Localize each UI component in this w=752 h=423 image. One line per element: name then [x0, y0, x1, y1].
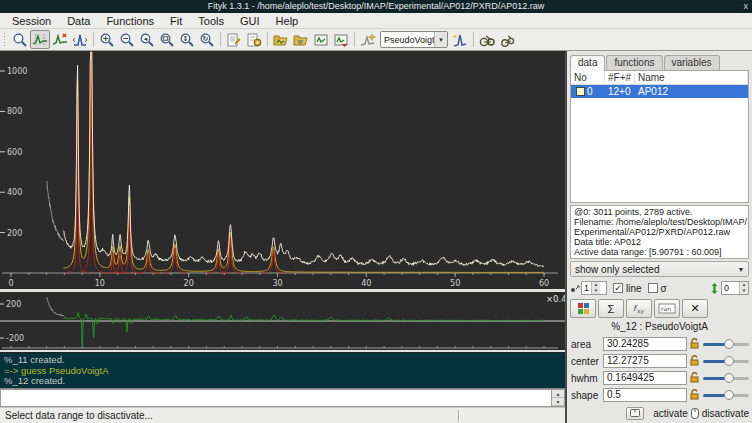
menu-session[interactable]: Session	[4, 15, 59, 27]
svg-text:◂: ◂	[144, 35, 148, 43]
function-type-combo[interactable]: PseudoVoigtA ▼	[380, 31, 448, 48]
delete-function-button[interactable]: ✕	[682, 299, 708, 318]
point-size-icon	[570, 283, 581, 294]
dataset-list: No #F+# Name 0 12+0 AP012	[570, 70, 749, 203]
add-peak-mode-icon[interactable]	[50, 30, 70, 49]
dataset-list-header: No #F+# Name	[571, 71, 748, 85]
save-session-icon[interactable]	[331, 30, 351, 49]
auto-add-icon[interactable]	[358, 30, 378, 49]
menu-data[interactable]: Data	[59, 15, 98, 27]
svg-text:10: 10	[95, 279, 105, 288]
dataset-row[interactable]: 0 12+0 AP012	[571, 85, 748, 98]
tab-variables[interactable]: variables	[664, 55, 720, 70]
activate-label: activate	[653, 408, 687, 419]
param-row-shape: shape 0.5	[570, 388, 749, 402]
range-mode-icon[interactable]	[30, 30, 50, 49]
shift-value: 0	[722, 283, 739, 293]
line-label: line	[626, 283, 642, 294]
svg-text:800: 800	[7, 107, 22, 116]
info-line: @0: 3011 points, 2789 active.	[574, 207, 745, 217]
spin-down-icon: ▼	[592, 288, 600, 294]
param-shape-input[interactable]: 0.5	[603, 388, 687, 402]
lock-icon[interactable]	[687, 354, 701, 368]
auxiliary-plot[interactable]: 200-200×0.4	[0, 292, 565, 350]
export-image-icon[interactable]	[311, 30, 331, 49]
fityk-window: Fityk 1.3.1 - /home/aleplo/test/Desktop/…	[0, 0, 752, 423]
colors-button[interactable]	[570, 299, 596, 318]
param-area-slider[interactable]	[703, 338, 749, 350]
zoom-mode-icon[interactable]	[10, 30, 30, 49]
sum-button[interactable]: Σ	[598, 299, 624, 318]
spin-up-icon[interactable]: ▲	[552, 390, 564, 398]
param-area-input[interactable]: 30.24285	[603, 337, 687, 351]
translate-button[interactable]: ran	[654, 299, 680, 318]
execute-script-icon[interactable]	[244, 30, 264, 49]
svg-text:600: 600	[7, 148, 22, 157]
fit-settings-icon[interactable]	[497, 30, 517, 49]
command-input[interactable]	[0, 389, 552, 407]
sidebar: data functions variables No #F+# Name 0 …	[565, 51, 752, 423]
tab-data[interactable]: data	[570, 55, 605, 71]
dataset-name: AP012	[635, 85, 748, 98]
point-size-value: 1	[582, 283, 591, 293]
selected-function-label: %_12 : PseudoVoigtA	[570, 321, 749, 334]
mouse-config-button[interactable]	[626, 407, 644, 420]
toolbar-drag-handle[interactable]	[3, 32, 7, 48]
svg-text:-200: -200	[6, 334, 24, 343]
svg-text:400: 400	[7, 188, 22, 197]
lock-icon[interactable]	[687, 337, 701, 351]
sigma-checkbox[interactable]	[648, 283, 658, 293]
dataset-checkbox[interactable]	[576, 87, 585, 96]
plot-area: 01020304050602004006008001000 200-200×0.…	[0, 51, 565, 423]
close-icon[interactable]: x	[744, 1, 749, 11]
toolbar-separator	[93, 32, 94, 47]
info-line: Experimental/AP012/PXRD/AP012.raw	[574, 227, 745, 237]
function-type-value: PseudoVoigtA	[381, 35, 434, 45]
load-data-icon[interactable]	[271, 30, 291, 49]
svg-text:30: 30	[272, 279, 282, 288]
zoom-all-icon[interactable]	[157, 30, 177, 49]
command-history-spinner[interactable]: ▲▼	[552, 389, 565, 407]
line-checkbox[interactable]: ✓	[613, 283, 623, 293]
param-shape-slider[interactable]	[703, 389, 749, 401]
point-size-spinner[interactable]: 1 ▲▼	[581, 281, 607, 295]
param-center-slider[interactable]	[703, 355, 749, 367]
zoom-previous-icon[interactable]: ◂	[137, 30, 157, 49]
sidebar-tabs: data functions variables	[570, 53, 749, 70]
zoom-out-icon[interactable]: −	[117, 30, 137, 49]
filter-dropdown[interactable]: show only selected ▼	[570, 261, 749, 277]
menu-functions[interactable]: Functions	[98, 15, 162, 27]
add-peak-icon[interactable]	[450, 30, 470, 49]
shift-spinner[interactable]: 0 ▲▼	[721, 281, 749, 295]
menu-help[interactable]: Help	[268, 15, 307, 27]
lock-icon[interactable]	[687, 388, 701, 402]
zoom-auto-icon[interactable]: ↻	[197, 30, 217, 49]
main-plot[interactable]: 01020304050602004006008001000	[0, 51, 565, 289]
menu-gui[interactable]: GUI	[232, 15, 268, 27]
param-name: area	[570, 339, 603, 350]
load-data-custom-icon[interactable]	[291, 30, 311, 49]
param-hwhm-slider[interactable]	[703, 372, 749, 384]
zoom-in-icon[interactable]: +	[97, 30, 117, 49]
fit-run-icon[interactable]	[477, 30, 497, 49]
param-hwhm-input[interactable]: 0.1649425	[603, 371, 687, 385]
formula-button[interactable]: fxy	[626, 299, 652, 318]
drag-peak-mode-icon[interactable]	[70, 30, 90, 49]
zoom-vertical-icon[interactable]: ↕	[177, 30, 197, 49]
tab-functions[interactable]: functions	[606, 55, 662, 70]
menu-fit[interactable]: Fit	[162, 15, 190, 27]
menu-tools[interactable]: Tools	[190, 15, 232, 27]
spin-down-icon[interactable]: ▼	[552, 398, 564, 406]
command-row: ▲▼	[0, 388, 565, 407]
svg-text:60: 60	[539, 279, 549, 288]
param-center-input[interactable]: 12.27275	[603, 354, 687, 368]
mouse-icon	[691, 408, 699, 419]
dataset-info: @0: 3011 points, 2789 active. Filename: …	[570, 205, 749, 259]
chevron-down-icon: ▼	[734, 266, 748, 273]
edit-script-icon[interactable]	[224, 30, 244, 49]
toolbar-separator	[473, 32, 474, 47]
lock-icon[interactable]	[687, 371, 701, 385]
svg-text:1000: 1000	[7, 67, 27, 76]
info-line: Data title: AP012	[574, 237, 745, 247]
info-line: Filename: /home/aleplo/test/Desktop/IMAP…	[574, 217, 745, 227]
